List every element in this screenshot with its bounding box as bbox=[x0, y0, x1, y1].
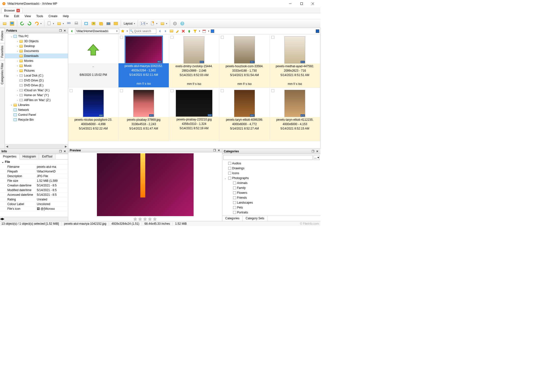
categories-search-input[interactable] bbox=[223, 155, 313, 160]
thumb-checkbox[interactable] bbox=[271, 89, 274, 92]
tree-item[interactable]: DVD Drive (D:) bbox=[5, 78, 68, 83]
category-item[interactable]: Drawings bbox=[222, 166, 320, 171]
thumb-image[interactable]: ICC bbox=[234, 90, 255, 117]
nav-next-button[interactable] bbox=[163, 29, 168, 34]
thumb-checkbox[interactable] bbox=[120, 89, 123, 92]
thumb-checkbox[interactable] bbox=[271, 36, 274, 39]
rotate-right-button[interactable] bbox=[26, 20, 33, 27]
category-checkbox[interactable] bbox=[233, 206, 236, 209]
tree-item[interactable]: ›Documents bbox=[5, 49, 68, 53]
category-checkbox[interactable] bbox=[233, 182, 236, 184]
nav-prev-button[interactable] bbox=[157, 29, 162, 34]
expand-icon[interactable]: › bbox=[16, 45, 19, 48]
expand-icon[interactable]: ⌄ bbox=[10, 35, 13, 38]
vtab-favorites[interactable]: Favorites bbox=[0, 43, 5, 60]
category-item[interactable]: Friends bbox=[222, 195, 320, 200]
info-tab-histogram[interactable]: Histogram bbox=[20, 154, 39, 159]
tree-item[interactable]: ›Music bbox=[5, 63, 68, 68]
tree-item[interactable]: Control Panel bbox=[5, 112, 68, 117]
thumb-image[interactable]: ICC bbox=[125, 36, 162, 63]
category-checkbox[interactable] bbox=[233, 211, 236, 214]
info-tab-exiftool[interactable]: ExifTool bbox=[39, 154, 55, 159]
slideshow-button[interactable] bbox=[113, 20, 119, 27]
folder-tree[interactable]: ⌄This PC›3D Objects›Desktop›DocumentsDow… bbox=[5, 33, 68, 144]
dropdown-arrow-icon[interactable]: ▼ bbox=[133, 23, 136, 25]
expand-icon[interactable]: › bbox=[16, 89, 19, 92]
folders-hscroll[interactable]: ◀ ▶ bbox=[5, 144, 68, 148]
tree-item[interactable]: ›Movies bbox=[5, 58, 68, 63]
dropdown-arrow-icon[interactable]: ▼ bbox=[156, 23, 158, 25]
calendar-button[interactable] bbox=[202, 29, 207, 34]
category-checkbox[interactable] bbox=[228, 177, 231, 180]
category-item[interactable]: Audios bbox=[222, 161, 320, 166]
category-item[interactable]: Flowers bbox=[222, 190, 320, 195]
thumb-checkbox[interactable] bbox=[221, 36, 224, 39]
color-label-button[interactable] bbox=[211, 29, 214, 33]
preview-image[interactable] bbox=[97, 153, 194, 216]
thumbnail-cell[interactable]: ICC pexels-taryn-elliott-4112235.4000x60… bbox=[270, 88, 320, 141]
thumb-image[interactable]: ICC bbox=[133, 90, 154, 117]
category-item[interactable]: Family bbox=[222, 185, 320, 190]
favorite-star-button[interactable] bbox=[120, 29, 125, 34]
tree-item[interactable]: ›Libraries bbox=[5, 103, 68, 107]
scroll-track[interactable] bbox=[9, 145, 64, 148]
category-item[interactable]: Animals bbox=[222, 181, 320, 185]
expand-icon[interactable]: › bbox=[16, 60, 19, 62]
dropdown-arrow-icon[interactable]: ▼ bbox=[116, 30, 118, 32]
thumb-image[interactable]: ICC bbox=[284, 36, 305, 64]
tree-item[interactable]: Downloads bbox=[5, 53, 68, 58]
category-item[interactable]: Portraits bbox=[222, 210, 320, 215]
dropdown-arrow-icon[interactable]: ▼ bbox=[126, 30, 128, 32]
close-button[interactable] bbox=[307, 0, 318, 7]
category-item[interactable]: ⌄Photographs bbox=[222, 176, 320, 181]
thumbnail-cell[interactable]: ICC pexels-medhat-ayad-447592.2099x2623 … bbox=[270, 34, 320, 88]
category-item[interactable]: Pets bbox=[222, 205, 320, 210]
bookmark-button[interactable] bbox=[149, 20, 156, 27]
info-tab-properties[interactable]: Properties bbox=[0, 154, 20, 159]
vtab-folders[interactable]: Folders bbox=[0, 28, 5, 43]
thumbnail-cell[interactable]: ICC pexels-pixabay-220210.jpg4356x3310 -… bbox=[169, 88, 219, 141]
categories-more-button[interactable]: ... ▾ bbox=[314, 155, 319, 160]
minimize-button[interactable] bbox=[285, 0, 296, 7]
thumb-image[interactable]: ICC bbox=[184, 36, 204, 64]
thumbnail-cell[interactable]: ICC pexels-pixabay-37869.jpg3108x4518 - … bbox=[119, 88, 169, 141]
nav-edit-button[interactable] bbox=[175, 29, 180, 34]
collapse-icon[interactable]: ⌄ bbox=[1, 160, 5, 164]
scroll-left-icon[interactable]: ◀ bbox=[5, 145, 9, 148]
tree-item[interactable]: ›Desktop bbox=[5, 44, 68, 49]
category-item[interactable]: Icons bbox=[222, 171, 320, 176]
category-checkbox[interactable] bbox=[228, 172, 231, 175]
nav-up-button[interactable] bbox=[187, 29, 192, 34]
dropdown-arrow-icon[interactable]: ▼ bbox=[208, 30, 210, 32]
thumbnail-cell[interactable]: ICC pexels-nicolas-postiglioni-23.4000x6… bbox=[68, 88, 119, 141]
category-item[interactable]: Landscapes bbox=[222, 200, 320, 205]
help-button[interactable]: ? bbox=[179, 20, 185, 27]
thumb-checkbox[interactable] bbox=[171, 36, 173, 39]
tree-item[interactable]: ›3D Objects bbox=[5, 39, 68, 44]
tab-browser[interactable]: Browser ✕ bbox=[1, 8, 23, 13]
export-button[interactable] bbox=[91, 20, 97, 27]
thumbnail-cell[interactable]: ICC pexels-atul-maurya-1042152.4928x3264… bbox=[119, 34, 169, 88]
up-folder-cell[interactable]: .. 6/8/2020 1:15:02 PM bbox=[68, 34, 119, 88]
view-mode-button[interactable] bbox=[316, 29, 319, 33]
settings-button[interactable] bbox=[172, 20, 178, 27]
refresh-button[interactable] bbox=[34, 20, 40, 27]
expand-icon[interactable]: › bbox=[16, 65, 19, 67]
open-button[interactable] bbox=[1, 20, 8, 27]
cat-tab-category-sets[interactable]: Category Sets bbox=[243, 216, 267, 221]
capture-button[interactable] bbox=[105, 20, 112, 27]
thumb-image[interactable]: ICC bbox=[176, 90, 212, 117]
menu-view[interactable]: View bbox=[22, 14, 33, 19]
expand-icon[interactable]: › bbox=[16, 69, 19, 72]
convert-button[interactable] bbox=[83, 20, 90, 27]
layout-label[interactable]: Layout bbox=[123, 22, 133, 25]
vtab-categories-filter[interactable]: Categories Filter bbox=[0, 60, 5, 87]
thumb-image[interactable]: ICC bbox=[234, 36, 255, 64]
tree-item[interactable]: Recycle Bin bbox=[5, 117, 68, 122]
tree-item[interactable]: ›iCloud on 'Mac' (X:) bbox=[5, 88, 68, 93]
expand-icon[interactable]: › bbox=[16, 74, 19, 77]
property-group[interactable]: ⌄File bbox=[0, 159, 68, 165]
tree-item[interactable]: Network bbox=[5, 107, 68, 112]
delete-button[interactable] bbox=[181, 29, 186, 34]
dropdown-arrow-icon[interactable]: ▼ bbox=[166, 23, 168, 25]
